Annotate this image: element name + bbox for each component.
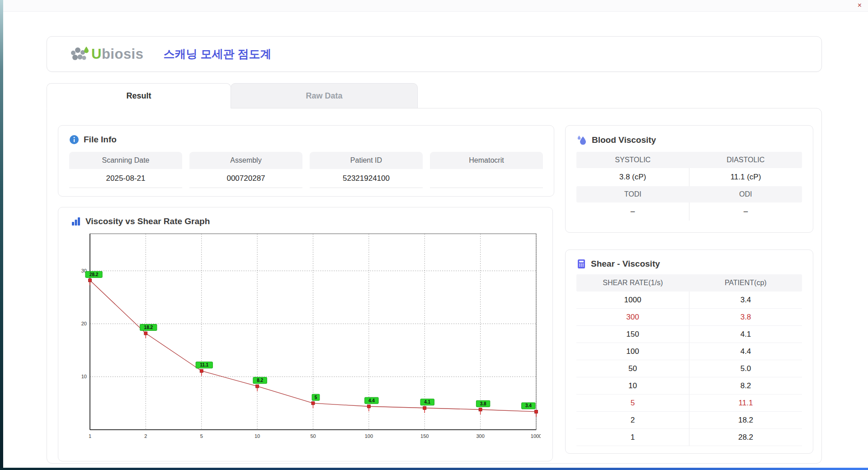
shear-rate-cell: 1 <box>576 429 689 446</box>
shear-rate-cell: 2 <box>576 412 689 428</box>
viscosity-chart: 1020301251050100150300100028.218.211.18.… <box>71 230 540 442</box>
window-edge-bottom <box>0 468 868 470</box>
svg-text:300: 300 <box>476 433 484 439</box>
file-info-field: Scanning Date 2025-08-21 <box>69 152 182 188</box>
shear-viscosity-title-row: Shear - Viscosity <box>576 259 802 269</box>
file-info-field: Hematocrit <box>430 152 543 188</box>
blood-viscosity-card: Blood Viscosity SYSTOLIC DIASTOLIC 3.8 (… <box>565 125 813 233</box>
svg-text:18.2: 18.2 <box>144 325 153 330</box>
shear-rate-cell: 1000 <box>576 291 689 308</box>
field-value: 52321924100 <box>310 169 423 188</box>
table-row: 10 8.2 <box>576 377 802 395</box>
bv-value: – <box>576 202 689 221</box>
svg-text:5: 5 <box>200 433 203 439</box>
graph-title-row: Viscosity vs Shear Rate Graph <box>71 216 540 226</box>
field-label: Hematocrit <box>430 152 543 169</box>
info-icon <box>69 135 79 145</box>
shear-viscosity-table: SHEAR RATE(1/s) PATIENT(cp) 1000 3.4 300… <box>576 274 802 446</box>
bv-label: DIASTOLIC <box>689 152 802 168</box>
patient-cell: 8.2 <box>689 377 802 394</box>
patient-cell: 3.4 <box>689 291 802 308</box>
table-row: 300 3.8 <box>576 309 802 326</box>
svg-text:50: 50 <box>310 433 316 439</box>
bv-label: SYSTOLIC <box>576 152 689 168</box>
patient-cell: 5.0 <box>689 360 802 377</box>
file-info-card: File Info Scanning Date 2025-08-21 Assem… <box>58 125 554 197</box>
field-value: 000720287 <box>189 169 302 188</box>
file-info-title: File Info <box>84 135 117 145</box>
file-info-fields: Scanning Date 2025-08-21 Assembly 000720… <box>69 152 543 188</box>
droplet-icon <box>576 135 587 146</box>
svg-text:3.4: 3.4 <box>525 403 532 408</box>
patient-cell: 18.2 <box>689 412 802 428</box>
svg-text:4.4: 4.4 <box>368 398 375 403</box>
patient-cell: 4.4 <box>689 343 802 360</box>
svg-text:11.1: 11.1 <box>200 362 208 367</box>
svg-text:1: 1 <box>89 433 91 439</box>
field-label: Patient ID <box>310 152 423 169</box>
shear-rate-cell: 100 <box>576 343 689 360</box>
viscosity-graph-card: Viscosity vs Shear Rate Graph 1020301251… <box>58 207 553 461</box>
field-value: 2025-08-21 <box>69 169 182 188</box>
patient-cell: 3.8 <box>689 309 802 325</box>
svg-text:20: 20 <box>81 321 87 326</box>
tab-raw-data[interactable]: Raw Data <box>231 83 418 108</box>
viscosity-chart-svg: 1020301251050100150300100028.218.211.18.… <box>71 230 541 442</box>
shear-rate-cell: 5 <box>576 395 689 411</box>
patient-column-header: PATIENT(cp) <box>689 274 802 291</box>
shear-rate-cell: 300 <box>576 309 689 325</box>
shear-rate-column-header: SHEAR RATE(1/s) <box>576 274 689 291</box>
shear-rate-cell: 50 <box>576 360 689 377</box>
window-edge-left <box>0 0 3 470</box>
svg-text:1000: 1000 <box>531 433 541 439</box>
blood-viscosity-title: Blood Viscosity <box>592 135 656 145</box>
svg-text:8.2: 8.2 <box>257 378 263 383</box>
table-row: 150 4.1 <box>576 326 802 343</box>
bv-value: 3.8 (cP) <box>576 168 689 186</box>
tab-result[interactable]: Result <box>47 83 231 108</box>
window-titlebar: × <box>0 0 868 12</box>
patient-cell: 11.1 <box>689 395 802 411</box>
blood-viscosity-grid: SYSTOLIC DIASTOLIC 3.8 (cP) 11.1 (cP) TO… <box>576 152 802 221</box>
field-value <box>430 169 543 188</box>
logo-rest: biosis <box>102 46 144 62</box>
file-info-field: Patient ID 52321924100 <box>310 152 423 188</box>
shear-table-header: SHEAR RATE(1/s) PATIENT(cp) <box>576 274 802 291</box>
calculator-icon <box>576 259 586 269</box>
table-row: 50 5.0 <box>576 360 802 377</box>
bv-label: TODI <box>576 186 689 202</box>
table-row: 1 28.2 <box>576 429 802 446</box>
logo-text: Ubiosis <box>91 46 143 62</box>
table-row: 1000 3.4 <box>576 291 802 309</box>
svg-text:10: 10 <box>81 374 87 379</box>
field-label: Scanning Date <box>69 152 182 169</box>
bv-header-row: TODI ODI <box>576 186 802 202</box>
svg-text:28.2: 28.2 <box>90 272 99 277</box>
close-icon[interactable]: × <box>858 1 862 10</box>
blood-viscosity-title-row: Blood Viscosity <box>576 135 802 146</box>
svg-text:5: 5 <box>315 395 317 400</box>
bv-header-row: SYSTOLIC DIASTOLIC <box>576 152 802 168</box>
table-row: 5 11.1 <box>576 395 802 412</box>
shear-table-body: 1000 3.4 300 3.8 150 4.1 100 4.4 50 5.0 … <box>576 291 802 446</box>
file-info-title-row: File Info <box>69 135 543 145</box>
bv-label: ODI <box>689 186 802 202</box>
bv-value-row: 3.8 (cP) 11.1 (cP) <box>576 168 802 186</box>
svg-text:3.8: 3.8 <box>480 401 486 406</box>
page-title: 스캐닝 모세관 점도계 <box>163 47 271 61</box>
logo-letter-u: U <box>91 46 102 62</box>
bar-chart-icon <box>71 216 81 226</box>
bv-value-row: – – <box>576 202 802 221</box>
bv-value: 11.1 (cP) <box>689 168 802 186</box>
table-row: 2 18.2 <box>576 412 802 429</box>
svg-text:10: 10 <box>255 433 260 439</box>
patient-cell: 28.2 <box>689 429 802 446</box>
app-header: Ubiosis 스캐닝 모세관 점도계 <box>47 36 822 72</box>
shear-rate-cell: 150 <box>576 326 689 343</box>
logo-cluster-icon <box>69 46 90 63</box>
shear-viscosity-card: Shear - Viscosity SHEAR RATE(1/s) PATIEN… <box>565 249 813 454</box>
shear-viscosity-title: Shear - Viscosity <box>591 259 660 269</box>
file-info-field: Assembly 000720287 <box>189 152 302 188</box>
svg-text:100: 100 <box>365 433 373 439</box>
result-panel: File Info Scanning Date 2025-08-21 Assem… <box>47 108 822 464</box>
